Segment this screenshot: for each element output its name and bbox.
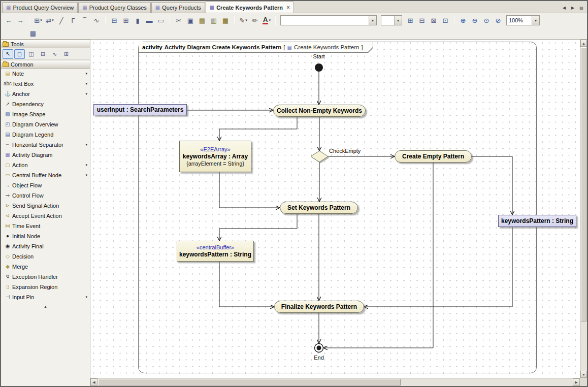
oblique-tool-button[interactable]: ∿ xyxy=(49,49,60,59)
palette-item-diagram-legend[interactable]: ▤ Diagram Legend ▾ xyxy=(1,130,90,140)
containment-tool-button[interactable]: ⊞ xyxy=(61,49,72,59)
rectilinear-path-button[interactable]: Γ▾ xyxy=(68,15,79,26)
guard-label[interactable]: CheckEmpty xyxy=(329,148,365,154)
palette-item-dependency[interactable]: ↗ Dependency ▾ xyxy=(1,99,90,109)
buffer-keywords-array[interactable]: «E2EArray» keywordsArray : Array {arrayE… xyxy=(179,141,251,172)
palette-item-activity-final[interactable]: ◉ Activity Final ▾ xyxy=(1,241,90,251)
palette-item-anchor[interactable]: ⚓ Anchor ▾ xyxy=(1,89,90,99)
chevron-down-icon[interactable]: ▾ xyxy=(394,16,402,25)
palette-item-image-shape[interactable]: ▧ Image Shape ▾ xyxy=(1,109,90,119)
tools-section-header[interactable]: Tools xyxy=(1,40,90,48)
zoom-1-1-button[interactable]: ⊙▾ xyxy=(481,15,492,26)
folder-icon xyxy=(3,42,9,47)
draw-path-button[interactable]: ✎▾ xyxy=(238,15,249,26)
remove-element-button[interactable]: ⊟▾ xyxy=(416,15,428,26)
tools-palette: Tools ↖◻◫⊟∿⊞ Common ▤ Note ▾ abc Text Bo… xyxy=(1,40,90,386)
scroll-down-button[interactable]: ▼ xyxy=(580,371,587,378)
palette-item-central-buffer-node[interactable]: ▭ Central Buffer Node ▾ xyxy=(1,170,90,180)
diagram-overview-button[interactable]: ▦▾ xyxy=(27,28,39,39)
make-same-size-button[interactable]: ⊟▾ xyxy=(109,15,120,26)
palette-item-time-event[interactable]: ⋈ Time Event ▾ xyxy=(1,221,90,231)
back-button[interactable]: ←▾ xyxy=(3,15,14,26)
palette-item-merge[interactable]: ◆ Merge ▾ xyxy=(1,262,90,272)
splined-path-button[interactable]: ∿▾ xyxy=(91,15,102,26)
palette-item-input-pin[interactable]: ⊣ Input Pin ▾ xyxy=(1,292,90,302)
tab-query-products[interactable]: ▦ Query Products × xyxy=(151,2,205,13)
palette-item-exception-handler[interactable]: ↯ Exception Handler ▾ xyxy=(1,272,90,282)
align-center-button[interactable]: ▬▾ xyxy=(144,15,155,26)
tab-scroll-left-button[interactable]: ◀ xyxy=(561,4,568,11)
action-create-empty-pattern[interactable]: Create Empty Pattern xyxy=(395,150,472,163)
paste-button[interactable]: ▤▾ xyxy=(197,15,208,26)
draw-shape-button[interactable]: ✏▾ xyxy=(249,15,260,26)
horizontal-scrollbar[interactable]: ◀ ▶ xyxy=(90,378,580,386)
palette-item-action[interactable]: ▢ Action ▾ xyxy=(1,160,90,170)
palette-item-accept-event-action[interactable]: ⊲ Accept Event Action ▾ xyxy=(1,211,90,221)
common-section-header[interactable]: Common xyxy=(1,60,90,69)
diagram-canvas[interactable]: activity Activity Diagram Create Keyword… xyxy=(90,40,580,378)
palette-item-note[interactable]: ▤ Note ▾ xyxy=(1,69,90,79)
secondary-toolbar: ▦▾ xyxy=(1,27,587,40)
cut-button[interactable]: ✂▾ xyxy=(173,15,184,26)
diagram-frame-header[interactable]: activity Activity Diagram Create Keyword… xyxy=(139,42,373,53)
forward-button[interactable]: →▾ xyxy=(15,15,26,26)
marquee-select-tool-button[interactable]: ◻ xyxy=(14,49,25,59)
align-shapes-button[interactable]: ⊞▾ xyxy=(120,15,132,26)
tab-product-query-classes[interactable]: ▦ Product Query Classes × xyxy=(78,2,151,13)
zoom-out-button[interactable]: ⊖▾ xyxy=(469,15,480,26)
palette-item-decision[interactable]: ◇ Decision ▾ xyxy=(1,251,90,262)
style-combo[interactable]: ▾ xyxy=(381,15,402,25)
oblique-path-button[interactable]: ╱▾ xyxy=(56,15,67,26)
horizontal-scroll-thumb[interactable] xyxy=(98,379,401,385)
tabs-list-button[interactable]: ▤ xyxy=(578,4,585,11)
palette-item-activity-diagram[interactable]: ▦ Activity Diagram ▾ xyxy=(1,150,90,160)
paste-with-link-button[interactable]: ▦▾ xyxy=(220,15,231,26)
chevron-down-icon: ▾ xyxy=(85,82,87,86)
vertical-scroll-thumb[interactable] xyxy=(581,47,586,321)
zoom-combo[interactable]: 100% ▾ xyxy=(506,15,540,25)
action-finalize-keywords-pattern[interactable]: Finalize Keywords Pattern xyxy=(274,301,364,313)
vertical-scrollbar[interactable]: ▲ ▼ xyxy=(580,40,587,378)
palette-item-object-flow[interactable]: → Object Flow ▾ xyxy=(1,180,90,190)
palette-item-diagram-overview[interactable]: ◰ Diagram Overview ▾ xyxy=(1,119,90,130)
zoom-in-button[interactable]: ⊕▾ xyxy=(458,15,469,26)
add-element-button[interactable]: ⊞▾ xyxy=(405,15,416,26)
toolbar-separator xyxy=(170,16,170,25)
palette-item-initial-node[interactable]: ● Initial Node ▾ xyxy=(1,231,90,241)
curved-path-button[interactable]: ⌒▾ xyxy=(79,15,90,26)
element-combo[interactable]: ▾ xyxy=(280,15,377,25)
copy-button[interactable]: ▣▾ xyxy=(185,15,196,26)
tab-create-keywords-pattern[interactable]: ▦ Create Keywords Pattern × xyxy=(206,2,294,13)
display-options-button[interactable]: ⊠▾ xyxy=(428,15,439,26)
palette-item-control-flow[interactable]: ⇒ Control Flow ▾ xyxy=(1,190,90,201)
object-node-keywords-pattern[interactable]: keywordsPattern : String xyxy=(498,215,576,227)
horizontal-layout-tool-button[interactable]: ⊟ xyxy=(38,49,48,59)
palette-item-send-signal-action[interactable]: ⊳ Send Signal Action ▾ xyxy=(1,201,90,211)
scroll-left-button[interactable]: ◀ xyxy=(90,378,97,386)
palette-item-expansion-region[interactable]: ▯ Expansion Region ▾ xyxy=(1,282,90,292)
action-collect-non-empty-keywords[interactable]: Collect Non-Empty Keywords xyxy=(273,105,366,117)
font-color-button[interactable]: A▾ xyxy=(261,15,272,26)
tab-product-query-overview[interactable]: ▦ Product Query Overview × xyxy=(2,2,78,13)
palette-item-text-box[interactable]: abc Text Box ▾ xyxy=(1,79,90,89)
related-elements-button[interactable]: ⊡▾ xyxy=(440,15,451,26)
object-node-userinput[interactable]: userInput : SearchParameters xyxy=(93,104,187,115)
palette-item-horizontal-separator[interactable]: ┈ Horizontal Separator ▾ xyxy=(1,140,90,150)
chevron-down-icon[interactable]: ▾ xyxy=(369,16,376,25)
zoom-fit-button[interactable]: ⊘▾ xyxy=(493,15,504,26)
tab-scroll-right-button[interactable]: ▶ xyxy=(569,4,576,11)
vertical-layout-tool-button[interactable]: ◫ xyxy=(26,49,37,59)
route-paths-button[interactable]: ⇄▾ xyxy=(44,15,55,26)
buffer-keywords-pattern[interactable]: «centralBuffer» keywordsPattern : String xyxy=(177,241,254,262)
align-left-button[interactable]: ▮▾ xyxy=(132,15,143,26)
action-set-keywords-pattern[interactable]: Set Keywords Pattern xyxy=(280,202,358,214)
scroll-right-button[interactable]: ▶ xyxy=(573,378,580,386)
layout-shapes-button[interactable]: ⊞▾ xyxy=(32,15,44,26)
scroll-up-button[interactable]: ▲ xyxy=(580,40,587,47)
chevron-down-icon[interactable]: ▾ xyxy=(532,16,539,25)
align-bottom-button[interactable]: ▭▾ xyxy=(155,15,167,26)
palette-scroll-up[interactable]: ▲ xyxy=(1,303,90,309)
select-tool-button[interactable]: ↖ xyxy=(3,49,13,59)
close-tab-icon[interactable]: × xyxy=(286,4,290,11)
paste-special-button[interactable]: ▥▾ xyxy=(208,15,219,26)
